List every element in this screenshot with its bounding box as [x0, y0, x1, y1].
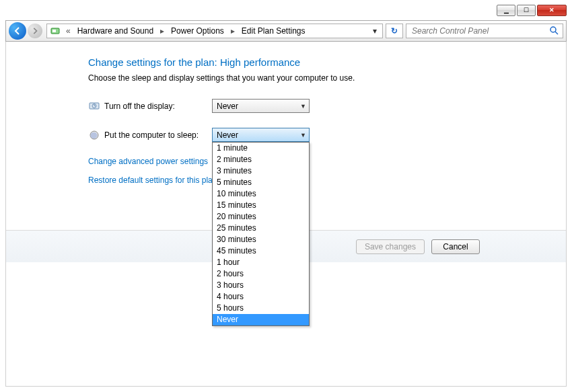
save-button: Save changes — [356, 239, 425, 254]
advanced-settings-link[interactable]: Change advanced power settings — [88, 157, 547, 166]
setting-label: Turn off the display: — [104, 102, 212, 111]
svg-line-3 — [555, 32, 558, 34]
dropdown-option[interactable]: 5 hours — [213, 303, 309, 314]
restore-defaults-link[interactable]: Restore default settings for this plan — [88, 175, 547, 185]
display-icon — [88, 100, 100, 112]
maximize-button[interactable]: ☐ — [517, 5, 536, 16]
control-panel-icon — [50, 26, 61, 36]
dropdown-value: Never — [217, 130, 238, 140]
minimize-button[interactable]: ▁ — [497, 5, 515, 16]
content-area: Change settings for the plan: High perfo… — [5, 42, 567, 387]
forward-button[interactable] — [28, 24, 42, 38]
dropdown-option[interactable]: 3 hours — [213, 280, 309, 291]
search-input[interactable] — [410, 26, 549, 36]
svg-point-2 — [550, 27, 556, 32]
sleep-dropdown-list: 1 minute 2 minutes 3 minutes 5 minutes 1… — [212, 142, 310, 326]
dropdown-option[interactable]: 1 minute — [213, 143, 309, 154]
dropdown-option[interactable]: 3 minutes — [213, 165, 309, 177]
close-button[interactable]: ✕ — [537, 5, 567, 16]
search-box[interactable] — [406, 24, 563, 38]
dropdown-option[interactable]: 30 minutes — [213, 234, 309, 245]
dropdown-option[interactable]: 10 minutes — [213, 188, 309, 200]
setting-display: Turn off the display: Never ▼ — [88, 99, 547, 113]
display-timeout-dropdown[interactable]: Never ▼ — [212, 99, 310, 113]
chevron-right-icon: ▸ — [157, 26, 167, 36]
setting-label: Put the computer to sleep: — [104, 130, 212, 140]
dropdown-option[interactable]: 2 hours — [213, 268, 309, 280]
chevron-down-icon[interactable]: ▾ — [373, 26, 380, 36]
window-titlebar: ▁ ☐ ✕ — [0, 0, 572, 20]
address-bar[interactable]: « Hardware and Sound ▸ Power Options ▸ E… — [46, 24, 383, 38]
dropdown-option[interactable]: 1 hour — [213, 257, 309, 268]
dropdown-option[interactable]: 45 minutes — [213, 245, 309, 257]
dropdown-option[interactable]: 5 minutes — [213, 177, 309, 188]
chevron-left-icon: « — [63, 26, 73, 36]
page-title: Change settings for the plan: High perfo… — [88, 56, 547, 68]
navbar: « Hardware and Sound ▸ Power Options ▸ E… — [5, 20, 567, 42]
svg-rect-1 — [52, 30, 56, 32]
back-button[interactable] — [9, 22, 26, 40]
dropdown-option[interactable]: Never — [213, 314, 309, 325]
breadcrumb-item[interactable]: Edit Plan Settings — [240, 25, 307, 37]
search-icon[interactable] — [549, 26, 559, 37]
chevron-down-icon: ▼ — [300, 103, 306, 110]
dropdown-option[interactable]: 4 hours — [213, 291, 309, 303]
dropdown-option[interactable]: 20 minutes — [213, 211, 309, 223]
chevron-down-icon: ▼ — [300, 132, 306, 139]
breadcrumb-item[interactable]: Hardware and Sound — [76, 25, 155, 37]
cancel-button[interactable]: Cancel — [431, 239, 480, 254]
dropdown-option[interactable]: 15 minutes — [213, 200, 309, 211]
refresh-button[interactable]: ↻ — [386, 24, 403, 38]
dropdown-value: Never — [217, 102, 238, 111]
setting-sleep: Put the computer to sleep: Never ▼ 1 min… — [88, 128, 547, 142]
dropdown-option[interactable]: 2 minutes — [213, 154, 309, 165]
breadcrumb-item[interactable]: Power Options — [170, 25, 225, 37]
sleep-icon — [88, 129, 100, 141]
dropdown-option[interactable]: 25 minutes — [213, 223, 309, 234]
page-subtitle: Choose the sleep and display settings th… — [88, 73, 547, 83]
chevron-right-icon: ▸ — [228, 26, 238, 36]
sleep-timeout-dropdown[interactable]: Never ▼ 1 minute 2 minutes 3 minutes 5 m… — [212, 128, 310, 142]
